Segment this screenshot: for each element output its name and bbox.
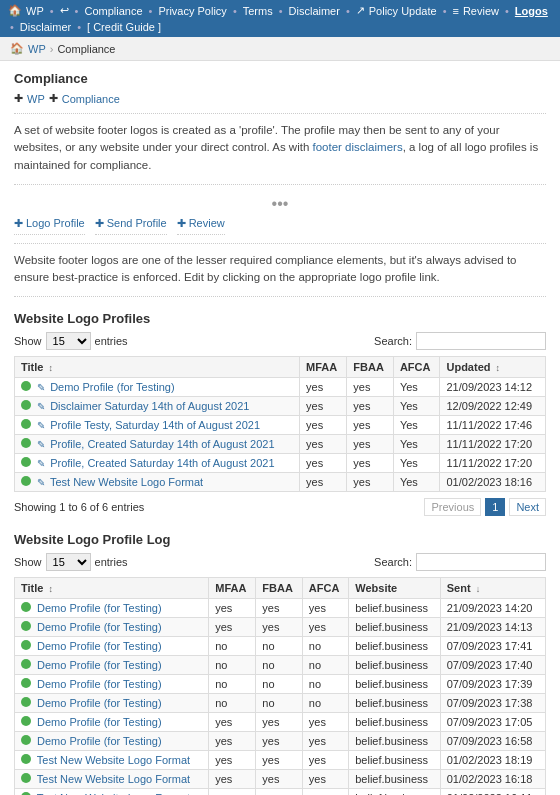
profiles-show-select[interactable]: 15 10 25 50 100: [46, 332, 91, 350]
log-title-link[interactable]: Demo Profile (for Testing): [37, 735, 162, 747]
col-mfaa[interactable]: MFAA: [300, 357, 347, 378]
log-title-cell: Demo Profile (for Testing): [15, 637, 209, 656]
log-sent-cell: 01/02/2023 18:19: [440, 751, 545, 770]
green-dot: [21, 476, 31, 486]
log-sent-cell: 07/09/2023 17:39: [440, 675, 545, 694]
breadcrumb-current: Compliance: [57, 43, 115, 55]
green-dot: [21, 697, 31, 707]
log-search-input[interactable]: [416, 553, 546, 571]
col-updated[interactable]: Updated ↕: [440, 357, 546, 378]
page-title: Compliance: [14, 71, 546, 86]
edit-icon[interactable]: ✎: [37, 458, 45, 469]
profiles-next-button[interactable]: Next: [509, 498, 546, 516]
log-website-cell: belief.business: [349, 599, 440, 618]
log-mfaa-cell: yes: [209, 789, 256, 795]
nav-undo-icon[interactable]: ↩: [60, 4, 69, 17]
col-title[interactable]: Title ↕: [15, 357, 300, 378]
send-profile-link[interactable]: ✚ Send Profile: [95, 217, 167, 235]
log-title-link[interactable]: Demo Profile (for Testing): [37, 621, 162, 633]
log-title-link[interactable]: Test New Website Logo Format: [37, 754, 190, 766]
nav-review[interactable]: Review: [463, 5, 499, 17]
nav-credit-guide[interactable]: [ Credit Guide ]: [87, 21, 161, 33]
edit-icon[interactable]: ✎: [37, 382, 45, 393]
nav-wp[interactable]: WP: [26, 5, 44, 17]
nav-disclaimer-2[interactable]: Disclaimer: [20, 21, 71, 33]
nav-compliance[interactable]: Compliance: [84, 5, 142, 17]
nav-disclaimer[interactable]: Disclaimer: [289, 5, 340, 17]
log-fbaa-cell: yes: [256, 713, 302, 732]
log-afca-cell: yes: [302, 599, 348, 618]
nav-logos[interactable]: Logos: [515, 5, 548, 17]
profile-title-link[interactable]: Demo Profile (for Testing): [50, 381, 175, 393]
log-col-fbaa[interactable]: FBAA: [256, 578, 302, 599]
nav-privacy-policy[interactable]: Privacy Policy: [158, 5, 226, 17]
log-sent-cell: 07/09/2023 17:40: [440, 656, 545, 675]
log-col-afca[interactable]: AFCA: [302, 578, 348, 599]
log-mfaa-cell: no: [209, 637, 256, 656]
profile-afca-cell: Yes: [393, 416, 440, 435]
log-title-link[interactable]: Test New Website Logo Format: [37, 773, 190, 785]
profiles-page-1[interactable]: 1: [485, 498, 505, 516]
list-icon: ≡: [452, 5, 458, 17]
sub-breadcrumb-compliance[interactable]: Compliance: [62, 93, 120, 105]
log-title-link[interactable]: Demo Profile (for Testing): [37, 640, 162, 652]
profile-afca-cell: Yes: [393, 397, 440, 416]
log-mfaa-cell: no: [209, 656, 256, 675]
col-fbaa[interactable]: FBAA: [347, 357, 394, 378]
log-title-link[interactable]: Demo Profile (for Testing): [37, 659, 162, 671]
edit-icon[interactable]: ✎: [37, 401, 45, 412]
edit-icon[interactable]: ✎: [37, 420, 45, 431]
log-table-section: Website Logo Profile Log Show 15 10 25 5…: [14, 532, 546, 795]
home-icon[interactable]: 🏠: [8, 4, 22, 17]
table-row: ✎ Profile, Created Saturday 14th of Augu…: [15, 454, 546, 473]
log-col-mfaa[interactable]: MFAA: [209, 578, 256, 599]
logo-profile-link[interactable]: ✚ Logo Profile: [14, 217, 85, 235]
log-sent-cell: 01/02/2023 16:18: [440, 770, 545, 789]
plus-icon-2: ✚: [95, 217, 104, 230]
green-dot: [21, 457, 31, 467]
plus-icon-3: ✚: [177, 217, 186, 230]
nav-terms[interactable]: Terms: [243, 5, 273, 17]
profile-title-link[interactable]: Profile, Created Saturday 14th of August…: [50, 438, 274, 450]
profile-title-link[interactable]: Profile Testy, Saturday 14th of August 2…: [50, 419, 260, 431]
log-table: Title ↕ MFAA FBAA AFCA Website Sent ↓ De…: [14, 577, 546, 795]
profile-title-link[interactable]: Profile, Created Saturday 14th of August…: [50, 457, 274, 469]
green-dot: [21, 381, 31, 391]
log-title-cell: Demo Profile (for Testing): [15, 694, 209, 713]
col-afca[interactable]: AFCA: [393, 357, 440, 378]
log-col-website[interactable]: Website: [349, 578, 440, 599]
log-title-link[interactable]: Demo Profile (for Testing): [37, 678, 162, 690]
edit-icon[interactable]: ✎: [37, 477, 45, 488]
log-mfaa-cell: yes: [209, 770, 256, 789]
breadcrumb: 🏠 WP › Compliance: [0, 37, 560, 61]
profile-title-cell: ✎ Demo Profile (for Testing): [15, 378, 300, 397]
footer-disclaimers-link[interactable]: footer disclaimers: [313, 141, 403, 153]
log-title-link[interactable]: Demo Profile (for Testing): [37, 697, 162, 709]
log-website-cell: belief.business: [349, 675, 440, 694]
log-title-cell: Test New Website Logo Format: [15, 789, 209, 795]
breadcrumb-wp[interactable]: WP: [28, 43, 46, 55]
log-title-link[interactable]: Demo Profile (for Testing): [37, 602, 162, 614]
log-title-cell: Test New Website Logo Format: [15, 751, 209, 770]
review-link[interactable]: ✚ Review: [177, 217, 225, 235]
sub-breadcrumb-wp[interactable]: WP: [27, 93, 45, 105]
log-col-sent[interactable]: Sent ↓: [440, 578, 545, 599]
profile-updated-cell: 11/11/2022 17:46: [440, 416, 546, 435]
profile-title-link[interactable]: Test New Website Logo Format: [50, 476, 203, 488]
profile-mfaa-cell: yes: [300, 378, 347, 397]
sort-icon-updated: ↕: [496, 363, 501, 373]
profiles-prev-button[interactable]: Previous: [424, 498, 481, 516]
table-row: Demo Profile (for Testing) no no no beli…: [15, 656, 546, 675]
profile-title-cell: ✎ Profile Testy, Saturday 14th of August…: [15, 416, 300, 435]
nav-policy-update[interactable]: Policy Update: [369, 5, 437, 17]
log-col-title[interactable]: Title ↕: [15, 578, 209, 599]
profile-mfaa-cell: yes: [300, 416, 347, 435]
log-show-select[interactable]: 15 10 25 50 100: [46, 553, 91, 571]
profile-title-cell: ✎ Disclaimer Saturday 14th of August 202…: [15, 397, 300, 416]
dots-divider: •••: [14, 195, 546, 213]
log-title-link[interactable]: Demo Profile (for Testing): [37, 716, 162, 728]
profile-title-link[interactable]: Disclaimer Saturday 14th of August 2021: [50, 400, 249, 412]
green-dot: [21, 735, 31, 745]
edit-icon[interactable]: ✎: [37, 439, 45, 450]
profiles-search-input[interactable]: [416, 332, 546, 350]
